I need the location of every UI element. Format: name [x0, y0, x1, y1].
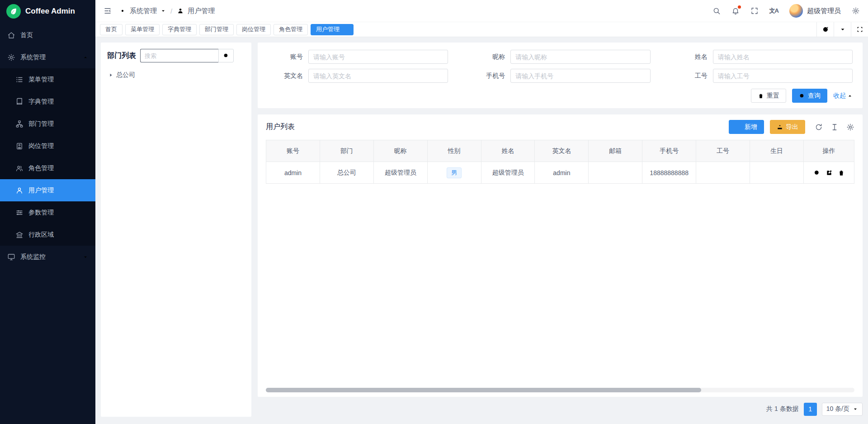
export-button[interactable]: 导出 [770, 120, 805, 134]
reset-button[interactable]: 重置 [751, 89, 786, 103]
tabbar-tools [816, 22, 868, 37]
phone-input[interactable] [510, 69, 650, 83]
filter-field-nickname: 昵称 [470, 50, 650, 64]
book-icon [15, 98, 24, 106]
breadcrumb-level1[interactable]: 系统管理 [130, 7, 157, 15]
tab-close-icon[interactable] [343, 27, 348, 32]
field-label: 昵称 [470, 53, 505, 61]
tab-maximize-icon[interactable] [851, 22, 868, 37]
sidebar-item-post-mgmt[interactable]: 岗位管理 [0, 135, 95, 157]
col-email: 邮箱 [589, 140, 642, 162]
tree-node-root[interactable]: 总公司 [107, 70, 245, 81]
reset-label: 重置 [767, 92, 779, 100]
delete-icon[interactable] [838, 169, 845, 176]
tab-refresh-icon[interactable] [816, 22, 834, 37]
fullscreen-icon[interactable] [750, 7, 759, 15]
sidebar-item-label: 部门管理 [28, 120, 88, 128]
sidebar-item-home[interactable]: 首页 [0, 24, 95, 46]
col-operations: 操作 [804, 140, 854, 162]
global-search-icon[interactable] [712, 7, 721, 15]
page-button-1[interactable]: 1 [804, 403, 817, 416]
list-icon [15, 76, 24, 84]
collapse-link[interactable]: 收起 [833, 92, 853, 100]
filter-field-name: 姓名 [672, 50, 853, 64]
sidebar-group-monitor[interactable]: 系统监控 [0, 246, 95, 268]
filter-field-english-name: 英文名 [268, 69, 448, 83]
tab-home[interactable]: 首页 [100, 24, 123, 35]
chevron-up-icon [847, 93, 853, 99]
table-header-row: 账号 部门 昵称 性别 姓名 英文名 邮箱 手机号 工号 生日 操作 [266, 140, 854, 162]
name-input[interactable] [713, 50, 853, 64]
app-logo: Coffee Admin [0, 0, 95, 22]
user-list-panel: 用户列表 新增 导出 [258, 114, 863, 397]
scrollbar-thumb[interactable] [266, 388, 701, 392]
sidebar-item-label: 用户管理 [28, 186, 88, 195]
sidebar-item-dept-mgmt[interactable]: 部门管理 [0, 113, 95, 135]
field-label: 英文名 [268, 72, 303, 80]
breadcrumb: 系统管理 / 用户管理 [119, 7, 215, 15]
notification-bell-icon[interactable] [731, 7, 740, 15]
search-label: 查询 [808, 92, 821, 100]
tab-dropdown-icon[interactable] [834, 22, 851, 37]
nickname-input[interactable] [510, 50, 650, 64]
sidebar-group-system[interactable]: 系统管理 [0, 46, 95, 68]
sidebar-item-label: 参数管理 [28, 209, 88, 217]
more-vertical-icon[interactable] [238, 52, 245, 59]
work-no-input[interactable] [713, 69, 853, 83]
sidebar: Coffee Admin 首页 系统管理 菜单管理 字典管理 部门管理 [0, 0, 95, 424]
main-area: 系统管理 / 用户管理 文A 超级管理员 首页 菜单管理 字典管理 部门管理 岗… [95, 0, 868, 424]
tab-label: 部门管理 [205, 25, 228, 33]
tab-role-mgmt[interactable]: 角色管理 [274, 24, 308, 35]
tab-label: 首页 [105, 25, 117, 33]
sidebar-item-user-mgmt[interactable]: 用户管理 [0, 179, 95, 201]
sidebar-item-label: 字典管理 [28, 98, 88, 106]
search-button[interactable]: 查询 [792, 89, 827, 103]
sidebar-item-menu-mgmt[interactable]: 菜单管理 [0, 68, 95, 91]
cell-english-name: admin [535, 162, 589, 184]
field-label: 账号 [268, 53, 303, 61]
pagination: 共 1 条数据 1 10 条/页 [258, 401, 863, 417]
tab-user-mgmt[interactable]: 用户管理 [311, 24, 354, 35]
refresh-icon[interactable] [815, 123, 823, 131]
account-input[interactable] [308, 50, 448, 64]
sidebar-item-role-mgmt[interactable]: 角色管理 [0, 157, 95, 179]
filter-panel: 账号 昵称 姓名 英文名 [258, 43, 863, 108]
tab-post-mgmt[interactable]: 岗位管理 [236, 24, 271, 35]
department-search-button[interactable] [218, 49, 234, 62]
horizontal-scrollbar[interactable] [266, 388, 854, 392]
add-button[interactable]: 新增 [729, 120, 764, 134]
sidebar-item-dict-mgmt[interactable]: 字典管理 [0, 91, 95, 113]
edit-icon[interactable] [826, 169, 833, 176]
column-settings-gear-icon[interactable] [846, 123, 854, 131]
col-work-no: 工号 [696, 140, 750, 162]
translate-icon[interactable]: 文A [769, 7, 778, 15]
sidebar-item-label: 首页 [20, 31, 88, 39]
tab-menu-mgmt[interactable]: 菜单管理 [125, 24, 160, 35]
cell-nickname: 超级管理员 [373, 162, 427, 184]
page-content: 部门列表 总公司 账号 [95, 37, 868, 424]
caret-right-icon[interactable] [108, 72, 113, 78]
trash-icon [758, 93, 764, 99]
user-menu[interactable]: 超级管理员 [789, 4, 841, 18]
tab-dict-mgmt[interactable]: 字典管理 [162, 24, 197, 35]
row-height-icon[interactable] [830, 123, 839, 131]
filter-grid: 账号 昵称 姓名 英文名 [268, 50, 853, 83]
english-name-input[interactable] [308, 69, 448, 83]
cell-operations [804, 162, 854, 184]
avatar [789, 4, 803, 18]
id-badge-icon [15, 142, 24, 150]
page-size-value: 10 条/页 [826, 405, 849, 413]
sliders-icon [15, 209, 24, 217]
col-account: 账号 [266, 140, 320, 162]
sidebar-item-param-mgmt[interactable]: 参数管理 [0, 201, 95, 224]
tab-dept-mgmt[interactable]: 部门管理 [199, 24, 234, 35]
settings-gear-icon[interactable] [852, 7, 860, 15]
sidebar-item-region-mgmt[interactable]: 行政区域 [0, 224, 95, 246]
page-size-select[interactable]: 10 条/页 [822, 403, 863, 416]
department-search-input[interactable] [140, 49, 218, 62]
search-icon [223, 52, 229, 59]
menu-fold-icon[interactable] [104, 7, 112, 15]
view-detail-icon[interactable] [813, 169, 821, 176]
sidebar-submenu-system: 菜单管理 字典管理 部门管理 岗位管理 角色管理 用户管理 [0, 68, 95, 246]
leaf-logo-icon [6, 4, 21, 19]
